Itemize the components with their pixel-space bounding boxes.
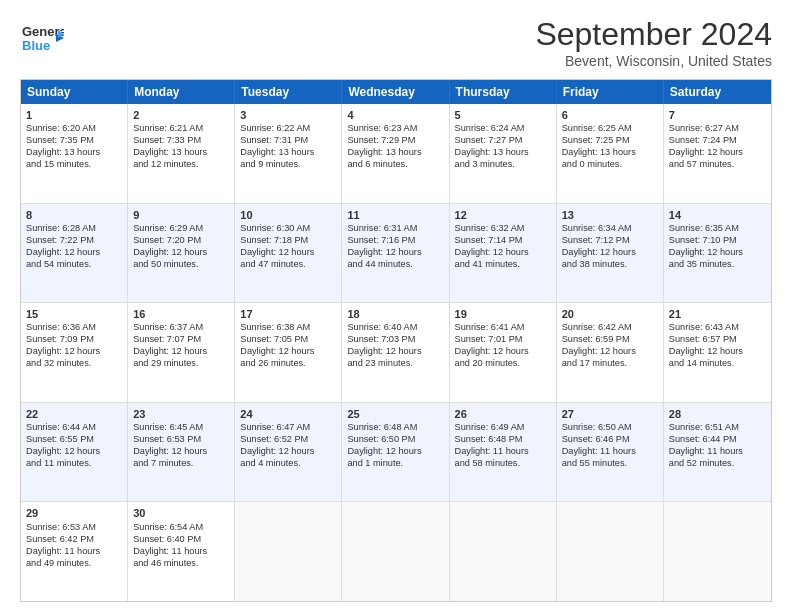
day-number: 26: [455, 407, 551, 421]
page: General Blue September 2024 Bevent, Wisc…: [0, 0, 792, 612]
calendar-cell: 5Sunrise: 6:24 AMSunset: 7:27 PMDaylight…: [450, 104, 557, 203]
day-info-line: and 15 minutes.: [26, 159, 122, 171]
calendar-cell: 21Sunrise: 6:43 AMSunset: 6:57 PMDayligh…: [664, 303, 771, 402]
day-info-line: Daylight: 12 hours: [347, 446, 443, 458]
day-info-line: Sunrise: 6:23 AM: [347, 123, 443, 135]
calendar-cell: 29Sunrise: 6:53 AMSunset: 6:42 PMDayligh…: [21, 502, 128, 601]
day-info-line: Sunrise: 6:34 AM: [562, 223, 658, 235]
day-info-line: Sunrise: 6:40 AM: [347, 322, 443, 334]
day-info-line: Sunset: 7:33 PM: [133, 135, 229, 147]
day-info-line: Daylight: 13 hours: [240, 147, 336, 159]
logo: General Blue: [20, 16, 64, 64]
day-info-line: Sunrise: 6:41 AM: [455, 322, 551, 334]
day-info-line: Daylight: 12 hours: [455, 346, 551, 358]
day-info-line: Sunrise: 6:25 AM: [562, 123, 658, 135]
day-info-line: and 12 minutes.: [133, 159, 229, 171]
day-number: 23: [133, 407, 229, 421]
day-info-line: and 7 minutes.: [133, 458, 229, 470]
day-info-line: Sunset: 6:50 PM: [347, 434, 443, 446]
day-info-line: and 44 minutes.: [347, 259, 443, 271]
calendar-cell: 9Sunrise: 6:29 AMSunset: 7:20 PMDaylight…: [128, 204, 235, 303]
calendar-cell: 15Sunrise: 6:36 AMSunset: 7:09 PMDayligh…: [21, 303, 128, 402]
day-info-line: Daylight: 12 hours: [26, 346, 122, 358]
day-info-line: Daylight: 12 hours: [133, 247, 229, 259]
day-info-line: Daylight: 12 hours: [669, 346, 766, 358]
day-info-line: and 41 minutes.: [455, 259, 551, 271]
day-info-line: Sunrise: 6:54 AM: [133, 522, 229, 534]
header-monday: Monday: [128, 80, 235, 104]
day-number: 22: [26, 407, 122, 421]
day-info-line: Sunrise: 6:27 AM: [669, 123, 766, 135]
day-info-line: Sunset: 7:01 PM: [455, 334, 551, 346]
day-info-line: Daylight: 12 hours: [133, 446, 229, 458]
header-friday: Friday: [557, 80, 664, 104]
header-wednesday: Wednesday: [342, 80, 449, 104]
day-info-line: Sunset: 7:05 PM: [240, 334, 336, 346]
day-info-line: and 1 minute.: [347, 458, 443, 470]
day-info-line: Sunset: 6:48 PM: [455, 434, 551, 446]
day-info-line: Sunrise: 6:36 AM: [26, 322, 122, 334]
day-info-line: Daylight: 12 hours: [455, 247, 551, 259]
calendar-cell: 6Sunrise: 6:25 AMSunset: 7:25 PMDaylight…: [557, 104, 664, 203]
svg-text:Blue: Blue: [22, 38, 50, 53]
day-number: 6: [562, 108, 658, 122]
day-info-line: and 11 minutes.: [26, 458, 122, 470]
day-info-line: Sunrise: 6:47 AM: [240, 422, 336, 434]
calendar-cell: 1Sunrise: 6:20 AMSunset: 7:35 PMDaylight…: [21, 104, 128, 203]
day-number: 8: [26, 208, 122, 222]
calendar-body: 1Sunrise: 6:20 AMSunset: 7:35 PMDaylight…: [21, 104, 771, 601]
calendar-cell: 18Sunrise: 6:40 AMSunset: 7:03 PMDayligh…: [342, 303, 449, 402]
day-number: 24: [240, 407, 336, 421]
calendar-cell: 24Sunrise: 6:47 AMSunset: 6:52 PMDayligh…: [235, 403, 342, 502]
day-info-line: Sunset: 7:35 PM: [26, 135, 122, 147]
day-info-line: Sunrise: 6:45 AM: [133, 422, 229, 434]
calendar-cell: 19Sunrise: 6:41 AMSunset: 7:01 PMDayligh…: [450, 303, 557, 402]
day-info-line: Sunset: 7:16 PM: [347, 235, 443, 247]
day-number: 25: [347, 407, 443, 421]
day-info-line: Daylight: 11 hours: [455, 446, 551, 458]
calendar-cell: 4Sunrise: 6:23 AMSunset: 7:29 PMDaylight…: [342, 104, 449, 203]
day-number: 10: [240, 208, 336, 222]
day-info-line: Daylight: 12 hours: [347, 346, 443, 358]
day-number: 4: [347, 108, 443, 122]
day-info-line: Sunrise: 6:48 AM: [347, 422, 443, 434]
day-info-line: Sunset: 7:25 PM: [562, 135, 658, 147]
day-info-line: and 49 minutes.: [26, 558, 122, 570]
calendar-cell: 3Sunrise: 6:22 AMSunset: 7:31 PMDaylight…: [235, 104, 342, 203]
day-info-line: Sunset: 7:03 PM: [347, 334, 443, 346]
day-info-line: Sunset: 6:42 PM: [26, 534, 122, 546]
day-info-line: Daylight: 13 hours: [347, 147, 443, 159]
calendar-cell: 28Sunrise: 6:51 AMSunset: 6:44 PMDayligh…: [664, 403, 771, 502]
calendar: Sunday Monday Tuesday Wednesday Thursday…: [20, 79, 772, 602]
calendar-row-0: 1Sunrise: 6:20 AMSunset: 7:35 PMDaylight…: [21, 104, 771, 204]
calendar-cell: 13Sunrise: 6:34 AMSunset: 7:12 PMDayligh…: [557, 204, 664, 303]
day-info-line: and 57 minutes.: [669, 159, 766, 171]
day-info-line: Daylight: 12 hours: [240, 446, 336, 458]
title-area: September 2024 Bevent, Wisconsin, United…: [535, 16, 772, 69]
day-info-line: Daylight: 13 hours: [455, 147, 551, 159]
day-info-line: and 38 minutes.: [562, 259, 658, 271]
day-info-line: Sunrise: 6:20 AM: [26, 123, 122, 135]
calendar-cell: 7Sunrise: 6:27 AMSunset: 7:24 PMDaylight…: [664, 104, 771, 203]
day-info-line: Sunset: 7:20 PM: [133, 235, 229, 247]
calendar-cell: 26Sunrise: 6:49 AMSunset: 6:48 PMDayligh…: [450, 403, 557, 502]
header-thursday: Thursday: [450, 80, 557, 104]
calendar-cell: 12Sunrise: 6:32 AMSunset: 7:14 PMDayligh…: [450, 204, 557, 303]
calendar-cell: [557, 502, 664, 601]
day-info-line: Daylight: 13 hours: [133, 147, 229, 159]
day-info-line: Sunrise: 6:44 AM: [26, 422, 122, 434]
calendar-cell: 2Sunrise: 6:21 AMSunset: 7:33 PMDaylight…: [128, 104, 235, 203]
calendar-cell: 10Sunrise: 6:30 AMSunset: 7:18 PMDayligh…: [235, 204, 342, 303]
day-info-line: Sunset: 6:57 PM: [669, 334, 766, 346]
day-info-line: Daylight: 13 hours: [562, 147, 658, 159]
day-info-line: Daylight: 12 hours: [240, 346, 336, 358]
day-info-line: Sunrise: 6:42 AM: [562, 322, 658, 334]
day-info-line: Sunset: 7:09 PM: [26, 334, 122, 346]
day-number: 19: [455, 307, 551, 321]
day-info-line: Sunset: 7:12 PM: [562, 235, 658, 247]
day-info-line: Sunset: 6:40 PM: [133, 534, 229, 546]
calendar-cell: [664, 502, 771, 601]
day-info-line: Sunrise: 6:22 AM: [240, 123, 336, 135]
day-info-line: Sunrise: 6:29 AM: [133, 223, 229, 235]
day-info-line: Sunset: 6:59 PM: [562, 334, 658, 346]
